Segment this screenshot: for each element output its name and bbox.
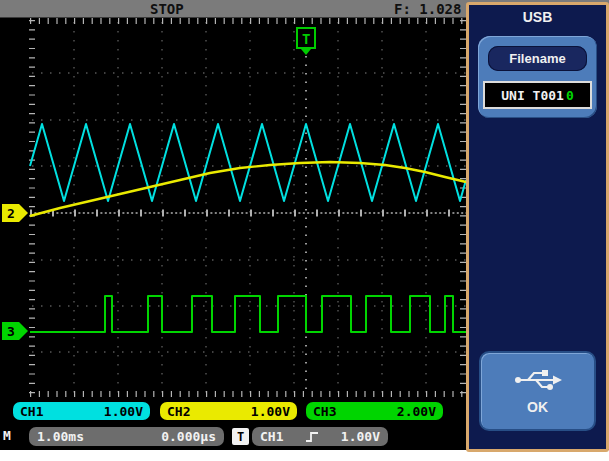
- filename-cursor-char: 0: [566, 88, 574, 103]
- ch2-scale-badge: CH2 1.00V: [160, 402, 297, 420]
- trigger-readout: CH1 1.00V: [252, 427, 388, 446]
- ok-button-label: OK: [527, 399, 548, 415]
- usb-menu-panel: USB Filename UNI T0010 OK: [466, 2, 609, 452]
- ch2-scale: 1.00V: [251, 404, 290, 419]
- ch2-position-marker-icon[interactable]: 2: [2, 204, 28, 222]
- ch3-position-marker-icon[interactable]: 3: [2, 322, 28, 340]
- ch3-scale-badge: CH3 2.00V: [306, 402, 443, 420]
- ch1-scale: 1.00V: [104, 404, 143, 419]
- timebase-value: 1.00ms: [37, 429, 84, 444]
- trigger-source: CH1: [260, 429, 283, 444]
- filename-field[interactable]: UNI T0010: [483, 81, 592, 109]
- timebase-readout: 1.00ms 0.000µs: [29, 427, 224, 446]
- svg-text:2: 2: [7, 206, 15, 221]
- trigger-level: 1.00V: [341, 429, 380, 444]
- horizontal-offset-value: 0.000µs: [161, 429, 216, 444]
- panel-title: USB: [469, 9, 606, 25]
- filename-group: Filename UNI T0010: [478, 36, 597, 118]
- grid-columns: [74, 22, 426, 396]
- oscilloscope-screenshot: STOP F: 1.028: [0, 0, 609, 461]
- ok-button[interactable]: OK: [479, 351, 596, 431]
- ch1-label: CH1: [20, 404, 43, 419]
- filename-value: UNI T001: [501, 88, 564, 103]
- main-timebase-label: M: [3, 428, 11, 443]
- rising-edge-icon: [304, 429, 320, 444]
- svg-text:3: 3: [7, 324, 15, 339]
- svg-text:T: T: [302, 31, 310, 47]
- ch2-label: CH2: [167, 404, 190, 419]
- filename-button[interactable]: Filename: [488, 46, 587, 71]
- waveform-display: T 2 3: [0, 0, 470, 450]
- ch3-waveform: [30, 296, 466, 332]
- ch3-label: CH3: [313, 404, 336, 419]
- grid-edge-ticks: [30, 20, 466, 396]
- trigger-marker-icon[interactable]: T: [297, 28, 315, 55]
- ch1-scale-badge: CH1 1.00V: [13, 402, 150, 420]
- ch1-waveform: [30, 124, 466, 201]
- usb-icon: [512, 367, 564, 393]
- ch3-scale: 2.00V: [397, 404, 436, 419]
- trigger-badge: T: [232, 428, 249, 445]
